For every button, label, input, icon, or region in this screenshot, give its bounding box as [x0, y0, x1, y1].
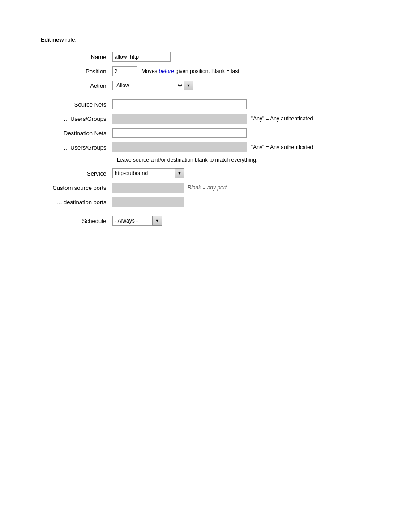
position-label: Position:	[41, 68, 112, 75]
users-groups-input-2[interactable]	[112, 142, 247, 152]
position-hint-suffix: given position. Blank = last.	[174, 68, 241, 74]
dest-nets-row: Destination Nets:	[41, 128, 353, 138]
name-row: Name:	[41, 52, 353, 62]
dest-ports-row: ... destination ports:	[41, 197, 353, 207]
source-nets-input[interactable]	[112, 99, 247, 109]
service-select-wrapper: http-outbound https-outbound any ▼	[112, 168, 184, 178]
action-label: Action:	[41, 82, 112, 89]
users-groups-label-1: ... Users/Groups:	[41, 116, 112, 122]
title-suffix: rule:	[64, 36, 77, 43]
action-row: Action: Allow Deny Drop ▼	[41, 81, 353, 90]
edit-rule-form: Edit new rule: Name: Position: Moves bef…	[27, 27, 367, 244]
custom-source-ports-input[interactable]	[112, 183, 184, 193]
card-title: Edit new rule:	[41, 36, 353, 43]
custom-source-ports-row: Custom source ports: Blank = any port	[41, 183, 353, 193]
dest-ports-label: ... destination ports:	[41, 199, 112, 206]
position-hint-before: before	[159, 68, 174, 74]
position-hint: Moves before given position. Blank = las…	[141, 68, 241, 74]
schedule-dropdown-arrow[interactable]: ▼	[152, 216, 162, 226]
title-bold: new	[52, 36, 64, 43]
position-hint-prefix: Moves	[141, 68, 159, 74]
dest-nets-input[interactable]	[112, 128, 247, 138]
title-prefix: Edit	[41, 36, 52, 43]
custom-source-ports-hint: Blank = any port	[188, 184, 227, 191]
schedule-label: Schedule:	[41, 218, 112, 224]
position-row: Position: Moves before given position. B…	[41, 66, 353, 76]
name-label: Name:	[41, 54, 112, 60]
users-groups-label-2: ... Users/Groups:	[41, 144, 112, 151]
source-nets-row: Source Nets:	[41, 99, 353, 109]
action-dropdown-arrow[interactable]: ▼	[184, 81, 193, 90]
users-groups-hint-1: "Any" = Any authenticated	[251, 116, 313, 122]
schedule-row: Schedule: - Always - Weekdays Weekends ▼	[41, 216, 353, 226]
action-select-wrapper: Allow Deny Drop ▼	[112, 81, 193, 90]
watermark-container: manualshive.com	[27, 244, 411, 532]
users-groups-hint-2: "Any" = Any authenticated	[251, 144, 313, 150]
schedule-select-wrapper: - Always - Weekdays Weekends ▼	[112, 216, 162, 226]
action-select[interactable]: Allow Deny Drop	[112, 81, 184, 90]
dest-ports-input[interactable]	[112, 197, 184, 207]
schedule-select[interactable]: - Always - Weekdays Weekends	[112, 216, 153, 226]
users-groups-row-2: ... Users/Groups: "Any" = Any authentica…	[41, 142, 353, 152]
name-input[interactable]	[112, 52, 171, 62]
service-select[interactable]: http-outbound https-outbound any	[112, 168, 175, 178]
dest-nets-label: Destination Nets:	[41, 130, 112, 137]
source-nets-label: Source Nets:	[41, 101, 112, 108]
custom-source-ports-label: Custom source ports:	[41, 184, 112, 191]
service-dropdown-arrow[interactable]: ▼	[175, 168, 184, 178]
leave-blank-note: Leave source and/or destination blank to…	[117, 157, 353, 163]
users-groups-row-1: ... Users/Groups: "Any" = Any authentica…	[41, 114, 353, 124]
service-row: Service: http-outbound https-outbound an…	[41, 168, 353, 178]
service-label: Service:	[41, 170, 112, 177]
users-groups-input-1[interactable]	[112, 114, 247, 124]
position-input[interactable]	[112, 66, 137, 76]
